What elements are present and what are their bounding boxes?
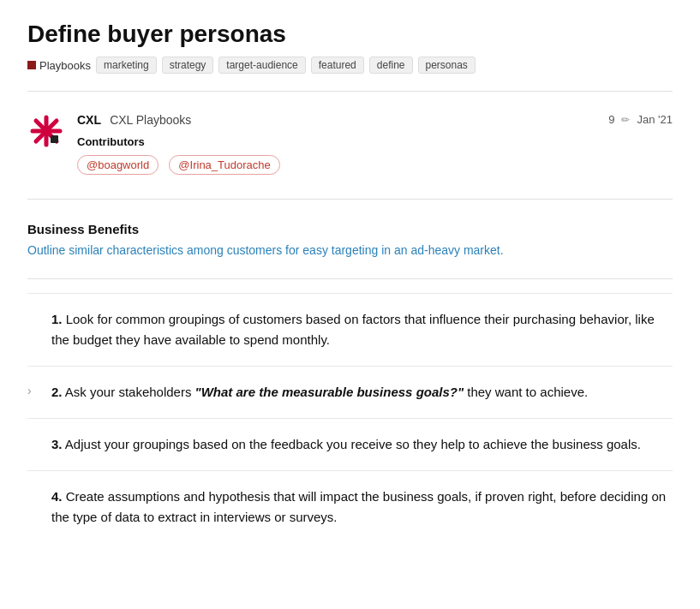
divider-benefits (27, 278, 673, 279)
contributor-boagworld[interactable]: @boagworld (77, 155, 159, 175)
contributors-label: Contributors (77, 135, 673, 148)
chevron-2: › (27, 382, 51, 397)
step-content-3: 3. Adjust your groupings based on the fe… (51, 434, 673, 455)
playbooks-icon (27, 61, 36, 69)
tag-personas[interactable]: personas (418, 57, 476, 74)
meta-section: CXL CXL Playbooks 9 ✏ Jan '21 Contributo… (27, 105, 673, 185)
step-row-4: 4. Create assumptions and hypothesis tha… (27, 470, 673, 543)
divider-top (27, 91, 673, 92)
org-logo (27, 112, 65, 150)
date-label: Jan '21 (637, 113, 673, 126)
steps-container: 1. Look for common groupings of customer… (27, 293, 673, 543)
tag-strategy[interactable]: strategy (162, 57, 214, 74)
tag-define[interactable]: define (369, 57, 413, 74)
meta-edit-area: 9 ✏ Jan '21 (608, 113, 673, 126)
step-1-number: 1. (51, 312, 63, 326)
org-name-area: CXL CXL Playbooks (77, 112, 191, 127)
step-4-number: 4. (51, 489, 63, 504)
page-title: Define buyer personas (27, 21, 673, 48)
business-benefits-text: Outline similar characteristics among cu… (27, 242, 673, 260)
breadcrumb: Playbooks marketing strategy target-audi… (27, 57, 673, 74)
business-benefits-section: Business Benefits Outline similar charac… (27, 213, 673, 265)
step-row-3: 3. Adjust your groupings based on the fe… (27, 418, 673, 470)
step-3-number: 3. (51, 437, 63, 451)
step-content-4: 4. Create assumptions and hypothesis tha… (51, 487, 673, 528)
meta-right: CXL CXL Playbooks 9 ✏ Jan '21 Contributo… (77, 112, 673, 175)
org-short: CXL (77, 113, 101, 127)
svg-rect-4 (51, 135, 58, 143)
pencil-icon[interactable]: ✏ (621, 114, 630, 126)
divider-contributors (27, 199, 673, 200)
step-row-1: 1. Look for common groupings of customer… (27, 293, 673, 366)
tag-target-audience[interactable]: target-audience (218, 57, 305, 74)
tag-marketing[interactable]: marketing (96, 57, 157, 74)
step-2-number: 2. (51, 385, 63, 399)
tag-featured[interactable]: featured (311, 57, 364, 74)
edit-count: 9 (608, 113, 614, 126)
step-content-1: 1. Look for common groupings of customer… (51, 309, 673, 350)
org-full: CXL Playbooks (110, 113, 191, 127)
step-row-2: › 2. Ask your stakeholders "What are the… (27, 366, 673, 418)
contributor-irina[interactable]: @Irina_Tudorache (169, 155, 279, 175)
breadcrumb-playbooks-label: Playbooks (39, 59, 91, 72)
step-content-2: 2. Ask your stakeholders "What are the m… (51, 382, 673, 403)
business-benefits-heading: Business Benefits (27, 222, 673, 236)
contributors-list: @boagworld @Irina_Tudorache (77, 155, 673, 175)
meta-top-line: CXL CXL Playbooks 9 ✏ Jan '21 (77, 112, 673, 127)
